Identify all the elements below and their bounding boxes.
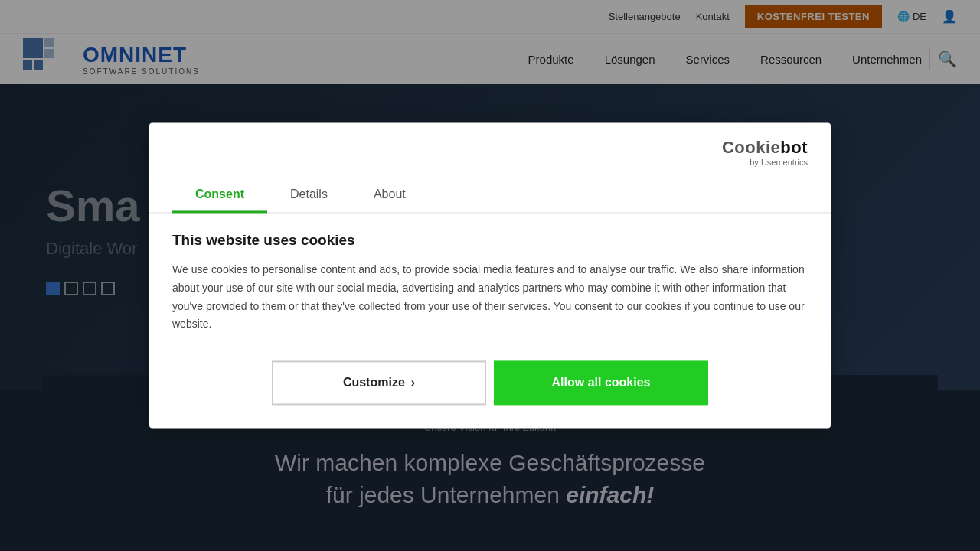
cookiebot-name: Cookiebot (722, 138, 808, 157)
modal-buttons: Customize › Allow all cookies (149, 354, 831, 429)
bot-text: bot (780, 138, 808, 157)
modal-header: Cookiebot by Usercentrics (149, 122, 831, 167)
tab-details[interactable]: Details (267, 178, 351, 213)
cookie-modal-tabs: Consent Details About (149, 178, 831, 213)
modal-body: This website uses cookies We use cookies… (149, 213, 831, 353)
cookiebot-logo: Cookiebot by Usercentrics (722, 138, 808, 167)
cookiebot-brand: Cookiebot (722, 138, 808, 158)
chevron-right-icon: › (411, 377, 415, 390)
customize-button[interactable]: Customize › (272, 361, 486, 406)
cookie-text: Cookie (722, 138, 780, 157)
modal-title: This website uses cookies (172, 232, 808, 249)
tab-consent[interactable]: Consent (172, 178, 267, 213)
modal-body-text: We use cookies to personalise content an… (172, 261, 808, 334)
customize-label: Customize (343, 377, 405, 390)
allow-all-cookies-button[interactable]: Allow all cookies (494, 361, 708, 406)
tab-about[interactable]: About (351, 178, 429, 213)
cookiebot-sub: by Usercentrics (750, 158, 808, 167)
cookie-consent-modal: Cookiebot by Usercentrics Consent Detail… (149, 122, 831, 428)
